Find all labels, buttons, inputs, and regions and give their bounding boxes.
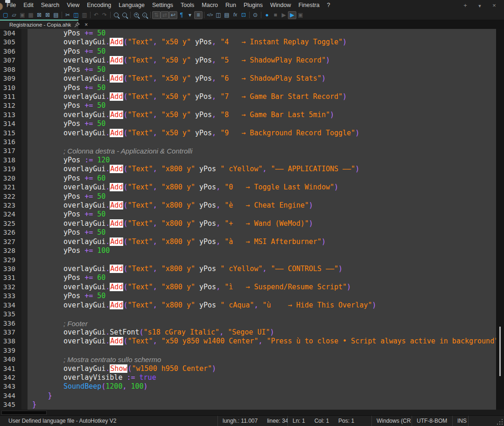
fold-margin[interactable] [21, 101, 28, 110]
fold-margin[interactable] [21, 373, 28, 382]
save-all-button[interactable]: ▦ [27, 11, 35, 19]
fold-margin[interactable] [21, 38, 28, 47]
line-number[interactable]: 327 [0, 237, 21, 246]
vertical-scrollbar-thumb[interactable] [499, 327, 501, 376]
fold-margin[interactable] [21, 56, 28, 65]
redo-button[interactable]: ↷ [100, 11, 109, 19]
cut-button[interactable]: ✂ [63, 11, 72, 19]
show-all-chars-dropdown-button[interactable]: ▾ [186, 11, 194, 19]
fold-margin[interactable] [21, 165, 28, 174]
print-button[interactable]: ▤ [52, 11, 60, 19]
window-minimize-button[interactable]: + [462, 2, 469, 8]
editor-lines[interactable]: 304yPos += 50305overlayGui.Add("Text", "… [0, 29, 496, 410]
line-number[interactable]: 308 [0, 65, 21, 74]
save-recorded-macro-button[interactable]: ▣ [296, 11, 305, 19]
fold-margin[interactable] [21, 391, 28, 400]
fold-margin[interactable] [21, 65, 28, 74]
pin-icon[interactable] [74, 22, 80, 28]
line-number[interactable]: 333 [0, 292, 21, 300]
resize-grip[interactable] [497, 419, 503, 425]
menu-item-search[interactable]: Search [37, 0, 63, 10]
fold-margin[interactable] [21, 237, 28, 246]
line-number[interactable]: 322 [0, 192, 21, 201]
menu-item-run[interactable]: Run [222, 0, 240, 10]
line-number[interactable]: 331 [0, 273, 21, 282]
line-number[interactable]: 336 [0, 319, 21, 328]
line-number[interactable]: 309 [0, 74, 21, 83]
fold-margin[interactable] [21, 138, 28, 147]
paste-button[interactable]: ▥ [80, 11, 89, 19]
line-number[interactable]: 304 [0, 29, 21, 38]
line-number[interactable]: 332 [0, 283, 21, 292]
line-number[interactable]: 335 [0, 310, 21, 319]
tab-close-icon[interactable]: × [83, 21, 89, 28]
close-all-documents-button[interactable]: ⊠ [43, 11, 52, 19]
menu-item-edit[interactable]: Edit [20, 0, 37, 10]
line-number[interactable]: 321 [0, 183, 21, 192]
line-number[interactable]: 320 [0, 174, 21, 183]
menu-item-macro[interactable]: Macro [198, 0, 222, 10]
line-number[interactable]: 329 [0, 256, 21, 265]
line-number[interactable]: 316 [0, 138, 21, 147]
line-number[interactable]: 328 [0, 246, 21, 255]
line-number[interactable]: 324 [0, 210, 21, 219]
fold-margin[interactable] [21, 382, 28, 391]
stop-recording-macro-button[interactable]: ■ [271, 11, 280, 19]
fold-margin[interactable] [21, 400, 28, 409]
fold-margin[interactable] [21, 364, 28, 373]
status-encoding[interactable]: UTF-8-BOM [412, 416, 453, 426]
fold-margin[interactable] [21, 84, 28, 92]
menu-item-settings[interactable]: Settings [148, 0, 177, 10]
fold-margin[interactable] [21, 147, 28, 155]
menu-item-language[interactable]: Language [115, 0, 148, 10]
horizontal-scrollbar[interactable] [0, 410, 496, 415]
fold-margin[interactable] [21, 47, 28, 56]
line-number[interactable]: 325 [0, 219, 21, 228]
menu-item-encoding[interactable]: Encoding [83, 0, 115, 10]
start-recording-macro-button[interactable]: ● [263, 11, 271, 19]
line-number[interactable]: 339 [0, 346, 21, 355]
fold-margin[interactable] [21, 301, 28, 310]
horizontal-scrollbar-thumb[interactable] [1, 411, 47, 415]
word-wrap-button[interactable]: ↩ [169, 11, 177, 19]
monitoring-button[interactable]: ⊡ [239, 11, 248, 19]
menu-item-file[interactable]: File [3, 0, 20, 10]
zoom-out-button[interactable]: - [140, 11, 149, 19]
new-file-button[interactable]: ▢ [1, 11, 10, 19]
fold-margin[interactable] [21, 328, 28, 337]
menu-item-view[interactable]: View [63, 0, 83, 10]
fold-margin[interactable] [21, 228, 28, 237]
copy-button[interactable]: ◫ [72, 11, 80, 19]
line-number[interactable]: 337 [0, 328, 21, 337]
undo-button[interactable]: ↶ [92, 11, 100, 19]
fold-margin[interactable] [21, 29, 28, 38]
line-number[interactable]: 317 [0, 147, 21, 155]
tab-registrazione-copia[interactable]: Registrazione - Copia.ahk × [0, 20, 78, 29]
playback-macro-button[interactable]: ▶ [280, 11, 288, 19]
line-number[interactable]: 345 [0, 400, 21, 409]
line-number[interactable]: 307 [0, 56, 21, 65]
window-close-button[interactable]: × [491, 2, 497, 8]
fold-margin[interactable] [21, 74, 28, 83]
line-number[interactable]: 311 [0, 92, 21, 101]
fold-margin[interactable] [21, 92, 28, 101]
line-number[interactable]: 319 [0, 165, 21, 174]
line-number[interactable]: 313 [0, 111, 21, 119]
line-number[interactable]: 312 [0, 101, 21, 110]
fold-margin[interactable] [21, 256, 28, 265]
close-document-button[interactable]: ⊠ [35, 11, 43, 19]
line-number[interactable]: 315 [0, 129, 21, 138]
line-number[interactable]: 342 [0, 373, 21, 382]
vertical-scrollbar[interactable] [496, 29, 504, 410]
fold-margin[interactable] [21, 119, 28, 128]
line-number[interactable]: 305 [0, 38, 21, 47]
open-file-button[interactable]: ▱ [10, 11, 18, 19]
user-defined-language-button[interactable]: </> [206, 11, 214, 19]
line-number[interactable]: 318 [0, 156, 21, 165]
fold-margin[interactable] [21, 129, 28, 138]
fold-margin[interactable] [21, 174, 28, 183]
window-shade-button[interactable]: ▼ [476, 3, 483, 9]
fold-margin[interactable] [21, 246, 28, 255]
fold-margin[interactable] [21, 111, 28, 119]
line-number[interactable]: 314 [0, 119, 21, 128]
